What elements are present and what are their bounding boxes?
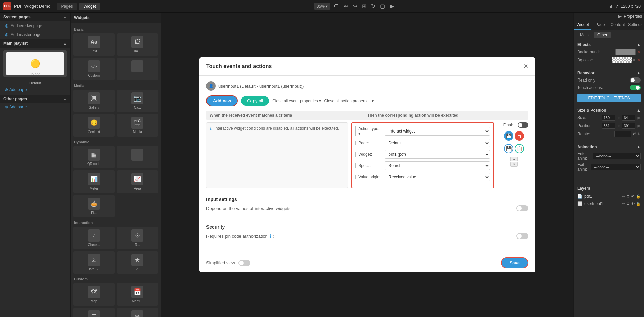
- widget-media[interactable]: 🎬 Media: [117, 114, 158, 137]
- final-toggle[interactable]: [518, 122, 528, 128]
- play-icon[interactable]: ▶: [388, 2, 395, 10]
- background-color-box[interactable]: [615, 49, 636, 55]
- widget-data-sum[interactable]: Σ Data S...: [73, 251, 115, 274]
- add-master-page-item[interactable]: ⊕ Add master page: [0, 30, 70, 39]
- widget-image[interactable]: 🖼 Im...: [117, 33, 158, 56]
- widget-text[interactable]: Aa Text: [73, 33, 115, 56]
- redo-icon[interactable]: ↪: [352, 2, 359, 10]
- other-add-page-link[interactable]: ⊕ Add page: [0, 103, 70, 112]
- tab-page[interactable]: Page: [591, 20, 609, 30]
- history-icon[interactable]: ⏱: [332, 3, 340, 10]
- bg-color-box[interactable]: [612, 57, 632, 63]
- action-type-select[interactable]: Interact widget: [385, 127, 490, 136]
- depend-toggle[interactable]: [516, 205, 528, 211]
- widget-camera[interactable]: 📷 Ca...: [117, 90, 158, 112]
- undo-icon[interactable]: ↩: [342, 2, 350, 10]
- size-position-header[interactable]: Size & Position ▲: [577, 108, 641, 113]
- tab-widget[interactable]: Widget: [574, 20, 591, 30]
- behavior-header[interactable]: Behavior ▲: [577, 71, 641, 75]
- widget-pi[interactable]: 🥧 Pi...: [73, 195, 115, 217]
- widget-gallery[interactable]: 🖼 Gallery: [73, 90, 115, 112]
- read-only-toggle[interactable]: [630, 77, 641, 83]
- edit-layer-btn[interactable]: ✏: [622, 194, 625, 199]
- copy-all-button[interactable]: Copy all: [241, 96, 269, 106]
- zoom-button[interactable]: 85% ▾: [314, 3, 330, 10]
- collapse-arrow[interactable]: ▶: [618, 14, 622, 19]
- save-button[interactable]: Save: [501, 257, 528, 268]
- add-overlay-page-item[interactable]: ⊕ Add overlay page: [0, 21, 70, 30]
- action-type-row: Action type: ▾ Interact widget: [355, 126, 490, 136]
- copy-action-btn[interactable]: 💾: [504, 144, 513, 153]
- widget-custom[interactable]: </> Custom: [73, 58, 115, 80]
- monitor-icon: 🖥: [609, 4, 613, 9]
- preview-icon[interactable]: ▢: [379, 2, 386, 10]
- grid-icon[interactable]: ⊞: [361, 2, 368, 10]
- enter-anim-select[interactable]: ---none---: [593, 153, 641, 159]
- visibility-layer-btn[interactable]: 👁: [631, 194, 635, 199]
- animation-header[interactable]: Animation ▲: [577, 145, 641, 149]
- tab-pages[interactable]: Pages: [57, 3, 77, 10]
- simplified-toggle[interactable]: [238, 260, 250, 266]
- widget-map[interactable]: 🗺 Map: [73, 283, 115, 306]
- lock-layer-btn[interactable]: 🔒: [636, 202, 641, 206]
- close-actions-button[interactable]: Close all action properties ▾: [324, 99, 374, 103]
- settings-layer-btn[interactable]: ⚙: [626, 194, 630, 199]
- widget-meter[interactable]: 📊 Meter: [73, 170, 115, 193]
- size-height-input[interactable]: [622, 115, 635, 121]
- bg-color-clear-btn[interactable]: ✕: [637, 57, 641, 63]
- paste-action-btn[interactable]: 📋: [515, 144, 524, 153]
- position-row: Position: px px: [577, 123, 641, 129]
- widget-empty2[interactable]: [117, 146, 158, 168]
- topbar: PDF PDF Widget Demo Pages Widget 85% ▾ ⏱…: [0, 0, 644, 13]
- widget-checkbox[interactable]: ☑ Check...: [73, 227, 115, 249]
- delete-action-btn[interactable]: 🗑: [515, 131, 524, 141]
- tab-content[interactable]: Content: [609, 20, 627, 30]
- widget-ckedit[interactable]: ✏ ckedit...: [117, 308, 158, 317]
- save-action-btn[interactable]: 💾: [504, 131, 513, 141]
- input-settings-section: Input settings Depend on the values of i…: [206, 192, 528, 216]
- widget-meeting[interactable]: 📅 Meeti...: [117, 283, 158, 306]
- close-events-button[interactable]: Close all event properties ▾: [272, 99, 321, 103]
- page-select[interactable]: Default: [385, 139, 490, 147]
- pin-toggle[interactable]: [516, 233, 528, 239]
- arrow-down-btn[interactable]: ▼: [510, 162, 518, 167]
- rotate-left-icon[interactable]: ↺: [633, 131, 636, 136]
- subtab-main[interactable]: Main: [577, 32, 592, 38]
- widget-qrcode[interactable]: ▦ QR code: [73, 146, 115, 168]
- widget-menu[interactable]: ☰ Menu...: [73, 308, 115, 317]
- page-thumbnail[interactable]: 🟡 15 sec: [3, 50, 67, 77]
- effects-header[interactable]: Effects ▲: [577, 42, 641, 47]
- rotate-input[interactable]: [614, 131, 631, 137]
- edit-touch-events-btn[interactable]: EDIT TOUCH EVENTS: [577, 94, 641, 102]
- edit-icon[interactable]: ✏: [633, 58, 636, 62]
- exit-anim-select[interactable]: ---none---: [591, 164, 641, 170]
- edit-layer-btn[interactable]: ✏: [622, 202, 625, 206]
- subtab-other[interactable]: Other: [594, 32, 611, 38]
- position-x-input[interactable]: [602, 123, 615, 129]
- touch-actions-toggle[interactable]: [630, 85, 641, 90]
- table-header-row: When the received event matches a criter…: [206, 111, 528, 120]
- visibility-layer-btn[interactable]: 👁: [631, 202, 635, 206]
- modal-close-button[interactable]: ✕: [523, 63, 528, 70]
- add-page-link[interactable]: ⊕ Add page: [0, 86, 70, 95]
- widget-cooltext[interactable]: 😊 Cooltext: [73, 114, 115, 137]
- tab-settings[interactable]: Settings: [627, 20, 644, 30]
- lock-layer-btn[interactable]: 🔒: [636, 194, 641, 199]
- arrow-up-btn[interactable]: ▲: [510, 157, 518, 161]
- background-clear-btn[interactable]: ✕: [637, 49, 641, 55]
- add-new-button[interactable]: Add new: [206, 95, 238, 106]
- rotate-right-icon[interactable]: ↻: [637, 131, 641, 136]
- widget-select[interactable]: pdf1 (pdf): [385, 150, 490, 159]
- special-select[interactable]: Search: [385, 161, 490, 170]
- widget-star[interactable]: ★ St...: [117, 251, 158, 274]
- widget-area[interactable]: 📈 Area: [117, 170, 158, 193]
- settings-layer-btn[interactable]: ⚙: [626, 202, 630, 206]
- size-width-input[interactable]: [602, 115, 615, 121]
- refresh-icon[interactable]: ↻: [370, 2, 377, 10]
- position-y-input[interactable]: [622, 123, 635, 129]
- tab-widget[interactable]: Widget: [79, 3, 100, 10]
- widget-radio[interactable]: ⊙ R...: [117, 227, 158, 249]
- widget-empty[interactable]: [117, 58, 158, 80]
- help-icon[interactable]: ?: [616, 4, 618, 9]
- value-origin-select[interactable]: Received value: [385, 173, 490, 181]
